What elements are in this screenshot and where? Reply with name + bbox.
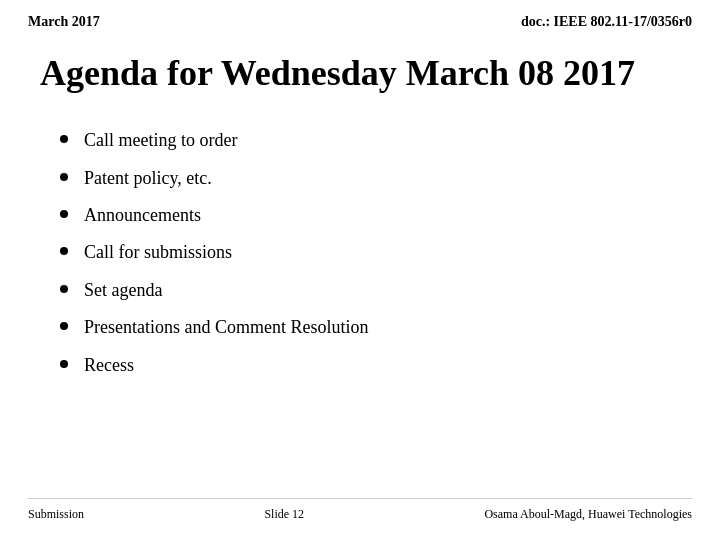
bullet-list: Call meeting to orderPatent policy, etc.… <box>60 129 680 377</box>
list-item-text: Announcements <box>84 204 201 227</box>
list-item-text: Call for submissions <box>84 241 232 264</box>
footer-left: Submission <box>28 507 84 522</box>
bullet-dot-icon <box>60 247 68 255</box>
list-item: Presentations and Comment Resolution <box>60 316 680 339</box>
bullet-dot-icon <box>60 360 68 368</box>
slide: March 2017 doc.: IEEE 802.11-17/0356r0 A… <box>0 0 720 540</box>
title-section: Agenda for Wednesday March 08 2017 <box>0 34 720 105</box>
list-item: Patent policy, etc. <box>60 167 680 190</box>
list-item: Call for submissions <box>60 241 680 264</box>
bullet-dot-icon <box>60 135 68 143</box>
footer-center: Slide 12 <box>264 507 304 522</box>
list-item: Announcements <box>60 204 680 227</box>
header-left: March 2017 <box>28 14 100 30</box>
content-section: Call meeting to orderPatent policy, etc.… <box>0 105 720 401</box>
list-item: Set agenda <box>60 279 680 302</box>
header-bar: March 2017 doc.: IEEE 802.11-17/0356r0 <box>0 0 720 34</box>
header-right: doc.: IEEE 802.11-17/0356r0 <box>521 14 692 30</box>
bullet-dot-icon <box>60 173 68 181</box>
footer-bar: Submission Slide 12 Osama Aboul-Magd, Hu… <box>28 498 692 522</box>
list-item: Recess <box>60 354 680 377</box>
list-item: Call meeting to order <box>60 129 680 152</box>
list-item-text: Set agenda <box>84 279 162 302</box>
bullet-dot-icon <box>60 322 68 330</box>
slide-title: Agenda for Wednesday March 08 2017 <box>40 52 680 95</box>
bullet-dot-icon <box>60 210 68 218</box>
list-item-text: Patent policy, etc. <box>84 167 212 190</box>
list-item-text: Presentations and Comment Resolution <box>84 316 368 339</box>
footer-right: Osama Aboul-Magd, Huawei Technologies <box>484 507 692 522</box>
list-item-text: Recess <box>84 354 134 377</box>
bullet-dot-icon <box>60 285 68 293</box>
list-item-text: Call meeting to order <box>84 129 237 152</box>
